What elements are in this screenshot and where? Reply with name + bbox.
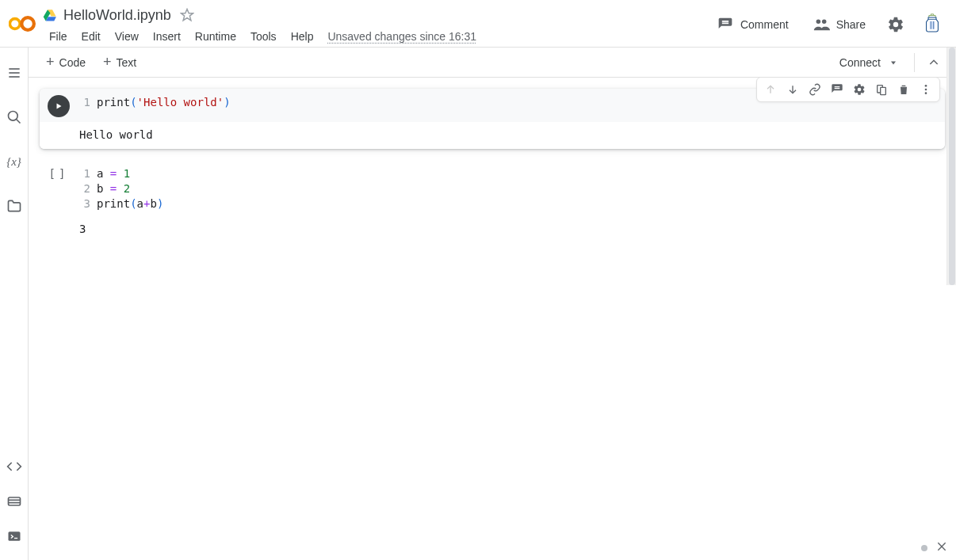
menu-help[interactable]: Help [285, 27, 320, 46]
colab-logo[interactable] [6, 8, 38, 40]
line-number: 1 [79, 95, 90, 110]
menu-bar: File Edit View Insert Runtime Tools Help… [43, 25, 710, 48]
code-cell[interactable]: 1print('Hello world')Hello world [40, 89, 945, 149]
svg-point-26 [925, 89, 927, 91]
code-token [117, 167, 123, 180]
variables-button[interactable]: {x} [3, 150, 25, 173]
code-token: a [97, 167, 110, 180]
code-cell[interactable]: []1a = 12b = 23print(a+b)3 [40, 160, 945, 243]
notebook-toolbar: +Code +Text Connect [29, 48, 956, 78]
svg-point-13 [8, 112, 17, 121]
svg-marker-20 [891, 61, 896, 64]
delete-cell-button[interactable] [893, 79, 914, 100]
play-icon [54, 101, 63, 111]
cell-settings-button[interactable] [849, 79, 870, 100]
svg-point-1 [21, 17, 34, 30]
left-sidebar: {x} [0, 48, 29, 560]
cell-output: Hello world [40, 122, 945, 149]
more-button[interactable] [916, 79, 936, 100]
link-icon [809, 83, 821, 96]
drive-icon [43, 8, 57, 22]
line-number: 2 [79, 181, 90, 196]
separator [914, 53, 915, 72]
search-button[interactable] [3, 106, 25, 128]
code-token: ( [130, 96, 136, 109]
cell-output: 3 [40, 216, 945, 243]
cell-settings-icon [853, 83, 866, 96]
line-number: 1 [79, 166, 90, 181]
command-palette-button[interactable] [3, 490, 25, 512]
svg-point-25 [925, 85, 927, 87]
code-token: ( [130, 197, 136, 210]
move-down-button[interactable] [782, 79, 803, 100]
collapse-header-button[interactable] [923, 51, 945, 74]
run-cell-button[interactable]: [] [43, 165, 75, 180]
share-label: Share [836, 18, 866, 31]
scrollbar[interactable] [946, 48, 956, 285]
terminal-button[interactable] [3, 525, 25, 547]
add-code-label: Code [59, 56, 86, 69]
menu-runtime[interactable]: Runtime [189, 27, 243, 46]
comment-icon [717, 16, 734, 33]
menu-file[interactable]: File [43, 27, 74, 46]
svg-rect-15 [8, 497, 20, 505]
more-icon [920, 83, 932, 96]
menu-insert[interactable]: Insert [147, 27, 187, 46]
comment-cell-icon [831, 83, 843, 96]
svg-marker-6 [181, 10, 193, 21]
close-panel-button[interactable] [935, 540, 948, 555]
mirror-cell-button[interactable] [871, 79, 892, 100]
connect-label: Connect [839, 56, 881, 69]
status-corner [921, 540, 948, 555]
move-up-button [760, 79, 781, 100]
star-button[interactable] [178, 6, 197, 25]
svg-point-7 [816, 20, 820, 24]
dropdown-icon [889, 58, 898, 67]
notebook-title[interactable]: HelloWorld.ipynb [63, 7, 171, 24]
add-code-button[interactable]: +Code [40, 53, 92, 72]
files-button[interactable] [3, 195, 25, 217]
mirror-cell-icon [875, 83, 888, 96]
code-token: b [97, 182, 110, 195]
code-editor[interactable]: 1a = 12b = 23print(a+b) [75, 165, 939, 211]
link-button[interactable] [805, 79, 825, 100]
code-snippets-button[interactable] [3, 455, 25, 478]
add-text-button[interactable]: +Text [97, 53, 143, 72]
autosave-status[interactable]: Unsaved changes since 16:31 [327, 30, 476, 43]
cell-action-bar [756, 78, 940, 102]
comment-label: Comment [740, 18, 789, 31]
menu-view[interactable]: View [109, 27, 145, 46]
svg-point-27 [925, 92, 927, 94]
svg-point-8 [822, 20, 827, 24]
code-token: 2 [124, 182, 130, 195]
share-button[interactable]: Share [806, 11, 872, 38]
cell-input-row: []1a = 12b = 23print(a+b) [40, 160, 945, 216]
comment-cell-button[interactable] [827, 79, 847, 100]
toc-button[interactable] [3, 62, 25, 84]
menu-tools[interactable]: Tools [244, 27, 283, 46]
header: HelloWorld.ipynb File Edit View Insert R… [0, 0, 956, 48]
code-token: print [97, 197, 130, 210]
svg-marker-28 [57, 104, 62, 109]
menu-edit[interactable]: Edit [75, 27, 107, 46]
svg-rect-18 [8, 531, 20, 541]
code-token: 1 [124, 167, 130, 180]
delete-cell-icon [897, 83, 910, 96]
comment-button[interactable]: Comment [710, 11, 795, 38]
share-icon [813, 16, 830, 33]
svg-line-14 [16, 120, 20, 124]
notebook-area[interactable]: 1print('Hello world')Hello world[]1a = 1… [29, 78, 956, 560]
account-avatar[interactable] [920, 12, 945, 37]
svg-point-0 [10, 19, 20, 29]
svg-rect-24 [881, 87, 886, 94]
code-token: b [150, 197, 156, 210]
connect-button[interactable]: Connect [832, 53, 906, 72]
code-token: print [97, 96, 130, 109]
move-up-icon [764, 83, 777, 96]
run-cell-button[interactable] [48, 95, 70, 117]
code-token [117, 182, 123, 195]
line-number: 3 [79, 196, 90, 211]
code-token: 'Hello world' [137, 96, 224, 109]
main-area: +Code +Text Connect 1print('Hello world'… [29, 48, 956, 560]
settings-button[interactable] [883, 12, 908, 37]
